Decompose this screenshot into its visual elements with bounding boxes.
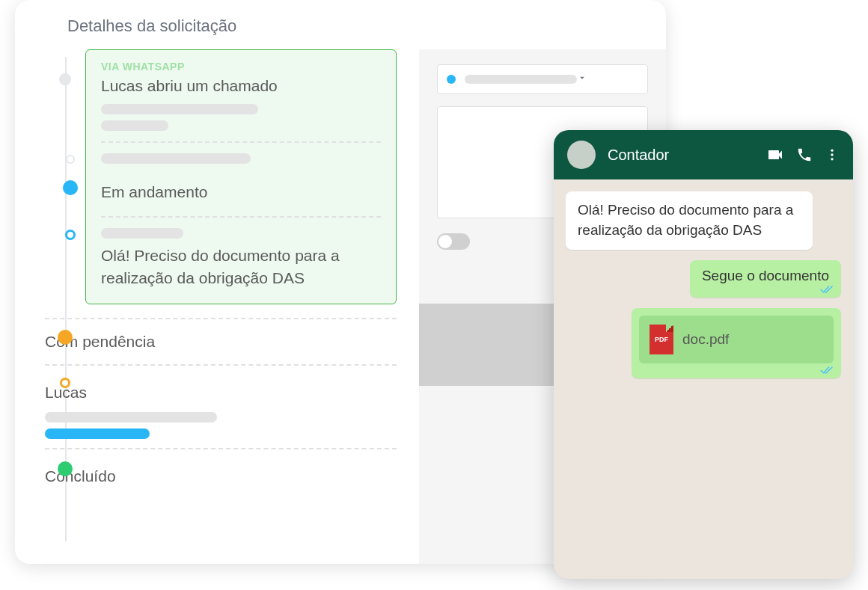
highlight-box: VIA WHATSAPP Lucas abriu um chamado (85, 49, 397, 304)
timeline-dot-done (58, 461, 73, 476)
chat-header: Contador (554, 130, 853, 179)
timeline-dot-lucas (60, 378, 70, 388)
incoming-message[interactable]: Olá! Preciso do documento para a realiza… (566, 191, 813, 250)
divider (101, 141, 381, 143)
timeline-item-done: Concluído (45, 458, 419, 490)
timeline-item-lucas: Lucas (45, 375, 419, 449)
panel-title: Detalhes da solicitação (15, 0, 666, 49)
timeline-item-opened: VIA WHATSAPP Lucas abriu um chamado (45, 49, 419, 304)
more-options-icon[interactable] (825, 147, 840, 162)
attachment-file-name: doc.pdf (682, 331, 729, 348)
outgoing-message-text: Segue o documento (702, 268, 829, 283)
timeline-message-text: Olá! Preciso do documento para a realiza… (101, 245, 381, 290)
divider (101, 216, 381, 218)
svg-point-1 (831, 153, 833, 156)
progress-bar-icon (45, 428, 150, 439)
whatsapp-phone: Contador Olá! Preciso do documento para … (554, 130, 853, 579)
divider (45, 318, 397, 319)
timeline-column: VIA WHATSAPP Lucas abriu um chamado (15, 49, 419, 564)
phone-call-icon[interactable] (796, 147, 813, 163)
placeholder-line (465, 75, 577, 84)
timeline-item-pending: Com pendência (45, 313, 419, 366)
svg-point-2 (831, 158, 833, 160)
avatar[interactable] (567, 141, 596, 169)
contact-name[interactable]: Contador (608, 147, 754, 164)
outgoing-message[interactable]: Segue o documento (690, 260, 841, 298)
pdf-badge-text: PDF (655, 336, 668, 343)
video-call-icon[interactable] (766, 146, 784, 164)
outgoing-attachment[interactable]: PDF doc.pdf (632, 308, 841, 378)
source-label: VIA WHATSAPP (101, 61, 381, 73)
timeline-dot-pending (58, 330, 73, 345)
chevron-down-icon (577, 73, 587, 86)
svg-point-0 (831, 150, 833, 152)
ticket-title: Lucas abriu um chamado (101, 77, 381, 95)
status-lucas: Lucas (45, 379, 397, 406)
placeholder-line (101, 120, 168, 131)
status-select[interactable] (437, 64, 648, 94)
placeholder-line (101, 153, 251, 164)
chat-body: Olá! Preciso do documento para a realiza… (554, 179, 853, 390)
placeholder-line (45, 412, 217, 422)
attachment-inner: PDF doc.pdf (639, 316, 834, 363)
timeline-dot-neutral (59, 73, 71, 85)
status-dot-icon (447, 75, 456, 84)
placeholder-line (101, 104, 258, 114)
timeline-dot-message (65, 230, 76, 240)
status-done: Concluído (45, 463, 397, 490)
status-pending: Com pendência (45, 328, 397, 355)
pdf-file-icon: PDF (650, 325, 673, 354)
timeline-dot-in-progress (63, 180, 78, 195)
divider (45, 364, 397, 366)
placeholder-line (101, 228, 183, 239)
incoming-message-text: Olá! Preciso do documento para a realiza… (578, 202, 793, 238)
toggle-switch[interactable] (437, 233, 470, 250)
read-ticks-icon (820, 365, 834, 375)
timeline-dot-sub (66, 155, 75, 164)
status-in-progress: Em andamento (101, 179, 381, 206)
divider (45, 448, 397, 449)
read-ticks-icon (820, 284, 834, 295)
